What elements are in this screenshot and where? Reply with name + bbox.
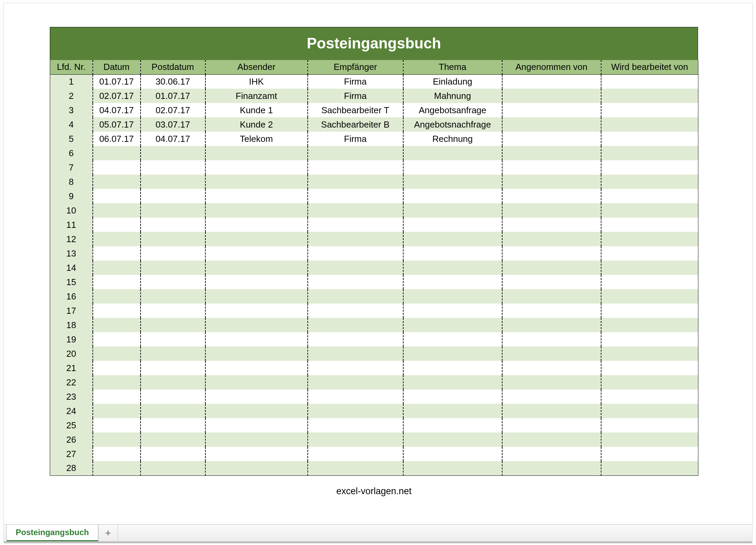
column-header-absender[interactable]: Absender [205,60,308,74]
cell-postdatum[interactable] [141,389,205,404]
cell-postdatum[interactable] [141,347,205,361]
cell-bearb[interactable] [601,418,698,432]
cell-datum[interactable] [93,347,141,361]
cell-ang[interactable] [502,146,601,160]
cell-absender[interactable] [205,432,308,447]
cell-absender[interactable] [205,189,308,203]
cell-absender[interactable] [205,361,308,375]
cell-bearb[interactable] [601,103,698,117]
cell-datum[interactable] [93,175,141,189]
cell-ang[interactable] [502,375,601,389]
cell-ang[interactable] [502,203,601,218]
cell-datum[interactable] [93,361,141,375]
cell-postdatum[interactable] [141,218,205,232]
cell-bearb[interactable] [601,261,698,275]
cell-datum[interactable] [93,447,141,461]
cell-datum[interactable]: 02.07.17 [93,89,141,103]
cell-nr[interactable]: 14 [50,261,93,275]
column-header-empf[interactable]: Empfänger [308,60,403,74]
cell-datum[interactable] [93,189,141,203]
cell-nr[interactable]: 4 [50,117,93,132]
cell-nr[interactable]: 17 [50,304,93,318]
cell-nr[interactable]: 5 [50,132,93,146]
cell-empf[interactable] [308,289,403,304]
cell-postdatum[interactable] [141,418,205,432]
cell-postdatum[interactable] [141,361,205,375]
cell-thema[interactable] [403,146,502,160]
cell-absender[interactable] [205,404,308,418]
cell-thema[interactable] [403,246,502,261]
cell-nr[interactable]: 20 [50,347,93,361]
cell-bearb[interactable] [601,246,698,261]
cell-postdatum[interactable] [141,289,205,304]
cell-thema[interactable] [403,332,502,347]
cell-thema[interactable]: Mahnung [403,89,502,103]
cell-empf[interactable] [308,275,403,289]
cell-bearb[interactable] [601,461,698,475]
cell-thema[interactable] [403,261,502,275]
column-header-bearb[interactable]: Wird bearbeitet von [601,60,698,74]
cell-bearb[interactable] [601,432,698,447]
cell-datum[interactable] [93,218,141,232]
cell-thema[interactable] [403,304,502,318]
cell-thema[interactable] [403,275,502,289]
cell-datum[interactable] [93,389,141,404]
cell-nr[interactable]: 18 [50,318,93,332]
cell-ang[interactable] [502,432,601,447]
cell-bearb[interactable] [601,175,698,189]
cell-postdatum[interactable] [141,261,205,275]
cell-absender[interactable] [205,318,308,332]
cell-ang[interactable] [502,89,601,103]
cell-empf[interactable] [308,318,403,332]
cell-empf[interactable] [308,189,403,203]
cell-absender[interactable]: Kunde 1 [205,103,308,117]
cell-ang[interactable] [502,347,601,361]
cell-datum[interactable] [93,375,141,389]
cell-postdatum[interactable] [141,232,205,246]
cell-absender[interactable] [205,203,308,218]
cell-postdatum[interactable] [141,447,205,461]
cell-nr[interactable]: 10 [50,203,93,218]
cell-ang[interactable] [502,361,601,375]
cell-datum[interactable]: 05.07.17 [93,117,141,132]
cell-absender[interactable] [205,289,308,304]
cell-datum[interactable] [93,289,141,304]
cell-empf[interactable] [308,332,403,347]
cell-postdatum[interactable] [141,146,205,160]
cell-thema[interactable] [403,232,502,246]
cell-nr[interactable]: 19 [50,332,93,347]
cell-empf[interactable] [308,347,403,361]
cell-bearb[interactable] [601,232,698,246]
cell-bearb[interactable] [601,117,698,132]
cell-datum[interactable] [93,461,141,475]
cell-thema[interactable] [403,218,502,232]
cell-bearb[interactable] [601,218,698,232]
cell-empf[interactable] [308,261,403,275]
cell-ang[interactable] [502,304,601,318]
cell-postdatum[interactable]: 01.07.17 [141,89,205,103]
cell-absender[interactable] [205,418,308,432]
cell-empf[interactable] [308,461,403,475]
column-header-postdatum[interactable]: Postdatum [141,60,205,74]
cell-thema[interactable]: Einladung [403,74,502,89]
cell-datum[interactable] [93,246,141,261]
cell-nr[interactable]: 11 [50,218,93,232]
cell-empf[interactable] [308,175,403,189]
cell-nr[interactable]: 8 [50,175,93,189]
cell-bearb[interactable] [601,146,698,160]
cell-bearb[interactable] [601,275,698,289]
cell-bearb[interactable] [601,375,698,389]
cell-bearb[interactable] [601,132,698,146]
cell-postdatum[interactable] [141,404,205,418]
cell-absender[interactable]: Telekom [205,132,308,146]
cell-ang[interactable] [502,232,601,246]
cell-ang[interactable] [502,404,601,418]
cell-ang[interactable] [502,132,601,146]
cell-nr[interactable]: 28 [50,461,93,475]
cell-empf[interactable] [308,304,403,318]
column-header-datum[interactable]: Datum [93,60,141,74]
cell-empf[interactable] [308,432,403,447]
cell-bearb[interactable] [601,189,698,203]
cell-absender[interactable] [205,175,308,189]
sheet-tab-active[interactable]: Posteingangsbuch [6,525,98,541]
